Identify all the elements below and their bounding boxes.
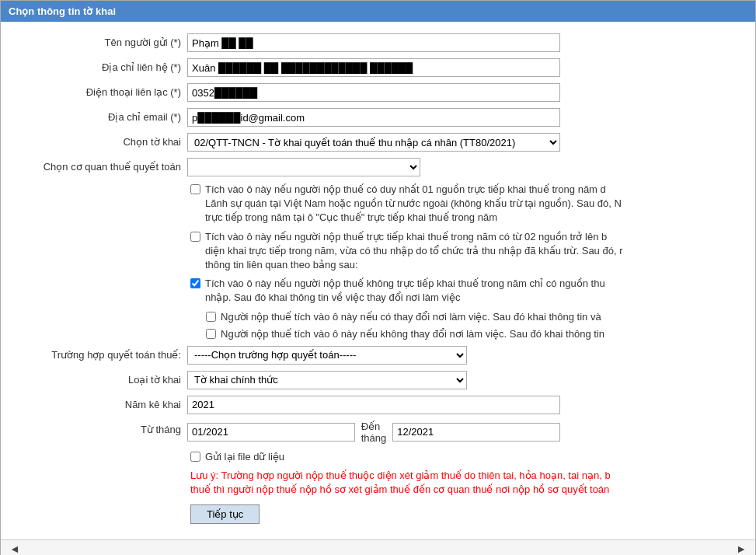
input-nam-ke-khai-wrapper [187,396,560,414]
content-area: Tên người gửi (*) Địa chỉ liên hệ (*) Đi… [1,22,755,539]
subcheckbox1-row: Người nộp thuế tích vào ô này nếu có tha… [206,310,625,324]
label-chon-to-khai: Chọn tờ khai [16,133,187,148]
input-email-wrapper [187,108,560,127]
checkbox3[interactable] [190,278,200,288]
row-chon-to-khai: Chọn tờ khai 02/QTT-TNCN - Tờ khai quyết… [16,133,740,152]
row-nam-ke-khai: Năm kê khai [16,396,740,414]
scroll-left-arrow[interactable]: ◄ [5,543,25,555]
label-truong-hop: Trường hợp quyết toán thuế: [16,346,187,361]
subcheckbox2-row: Người nộp thuế tích vào ô này nếu không … [206,327,625,341]
row-truong-hop: Trường hợp quyết toán thuế: -----Chọn tr… [16,346,740,365]
gui-lai-block: Gửi lại file dữ liệu [190,450,625,464]
select-to-khai-wrapper: 02/QTT-TNCN - Tờ khai quyết toán thuế th… [187,133,560,152]
thang-inputs-wrapper: Đến tháng [187,421,560,444]
main-window: Chọn thông tin tờ khai Tên người gửi (*)… [0,0,756,555]
checkbox1-block: Tích vào ô này nếu người nộp thuế có duy… [190,183,625,225]
scroll-right-arrow[interactable]: ► [731,543,751,555]
tu-thang-input[interactable] [187,423,355,442]
label-email: Địa chỉ email (*) [16,108,187,123]
row-dien-thoai: Điện thoại liên lạc (*) [16,83,740,102]
co-quan-select[interactable] [187,158,420,176]
label-tu-thang: Từ tháng [16,421,187,435]
to-khai-select[interactable]: 02/QTT-TNCN - Tờ khai quyết toán thuế th… [187,133,560,152]
checkbox3-label: Tích vào ô này nếu người nộp thuế không … [205,277,625,305]
input-dien-thoai-wrapper [187,83,560,102]
checkbox2-block: Tích vào ô này nếu người nộp thuế trực t… [190,230,625,273]
window-title: Chọn thông tin tờ khai [9,5,116,17]
select-truong-hop-wrapper: -----Chọn trường hợp quyết toán----- [187,346,560,365]
checkbox2-label: Tích vào ô này nếu người nộp thuế trực t… [205,230,625,273]
ten-nguoi-gui-input[interactable] [187,33,560,52]
checkbox1-row: Tích vào ô này nếu người nộp thuế có duy… [190,183,625,225]
row-dia-chi-lien-he: Địa chỉ liên hệ (*) [16,58,740,77]
input-dia-chi-wrapper [187,58,560,77]
den-thang-label: Đến tháng [361,421,387,444]
tiep-tuc-button[interactable]: Tiếp tục [190,504,260,524]
subcheckbox2[interactable] [206,329,216,339]
den-thang-input[interactable] [392,423,560,442]
subcheckbox2-label: Người nộp thuế tích vào ô này nếu không … [221,327,604,341]
month-row: Đến tháng [187,421,560,444]
nam-ke-khai-input[interactable] [187,396,560,414]
row-co-quan-thue: Chọn cơ quan thuế quyết toán [16,158,740,176]
label-ten-nguoi-gui: Tên người gửi (*) [16,33,187,48]
select-loai-to-khai-wrapper: Tờ khai chính thức [187,371,560,389]
dia-chi-lien-he-input[interactable] [187,58,560,77]
warning-text: Lưu ý: Trường hợp người nộp thuế thuộc d… [190,469,625,497]
sub-checkbox-block: Người nộp thuế tích vào ô này nếu có tha… [206,310,625,341]
row-thang: Từ tháng Đến tháng [16,421,740,444]
row-loai-to-khai: Loại tờ khai Tờ khai chính thức [16,371,740,389]
checkbox3-block: Tích vào ô này nếu người nộp thuế không … [190,277,625,341]
checkbox2[interactable] [190,232,200,242]
label-dien-thoai: Điện thoại liên lạc (*) [16,83,187,98]
row-ten-nguoi-gui: Tên người gửi (*) [16,33,740,52]
row-email: Địa chỉ email (*) [16,108,740,127]
dien-thoai-input[interactable] [187,83,560,102]
truong-hop-select[interactable]: -----Chọn trường hợp quyết toán----- [187,346,467,365]
gui-lai-label: Gửi lại file dữ liệu [205,450,284,464]
label-dia-chi-lien-he: Địa chỉ liên hệ (*) [16,58,187,73]
gui-lai-row: Gửi lại file dữ liệu [190,450,625,464]
subcheckbox1[interactable] [206,312,216,322]
label-co-quan-thue: Chọn cơ quan thuế quyết toán [16,158,187,173]
button-row: Tiếp tục [190,504,740,524]
checkbox1-label: Tích vào ô này nếu người nộp thuế có duy… [205,183,625,225]
form-section: Tên người gửi (*) Địa chỉ liên hệ (*) Đi… [16,33,740,524]
title-bar: Chọn thông tin tờ khai [1,1,755,22]
input-ten-nguoi-gui-wrapper [187,33,560,52]
subcheckbox1-label: Người nộp thuế tích vào ô này nếu có tha… [221,310,601,324]
gui-lai-checkbox[interactable] [190,452,200,462]
scrollbar-area: ◄ ► [1,539,755,555]
email-input[interactable] [187,108,560,127]
loai-to-khai-select[interactable]: Tờ khai chính thức [187,371,467,389]
label-loai-to-khai: Loại tờ khai [16,371,187,386]
label-nam-ke-khai: Năm kê khai [16,396,187,410]
checkbox3-row: Tích vào ô này nếu người nộp thuế không … [190,277,625,305]
select-co-quan-wrapper [187,158,560,176]
checkbox2-row: Tích vào ô này nếu người nộp thuế trực t… [190,230,625,273]
checkbox1[interactable] [190,184,200,194]
